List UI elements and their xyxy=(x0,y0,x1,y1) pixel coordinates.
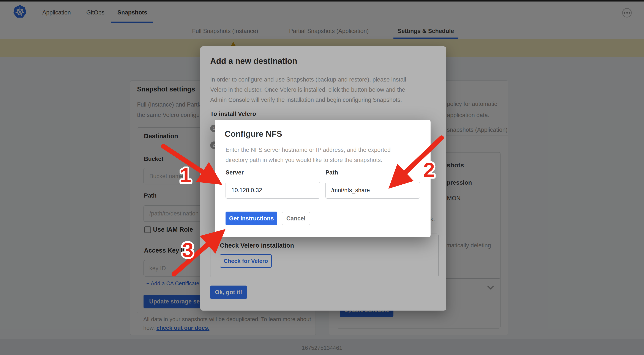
timestamp-text: 1675275134461 xyxy=(302,345,342,351)
nav-tab-gitops[interactable]: GitOps xyxy=(86,9,104,16)
access-key-label: Access Key ID xyxy=(144,247,187,254)
nfs-description-line1: Enter the NFS server hostname or IP addr… xyxy=(226,145,424,155)
ellipsis-dot xyxy=(624,12,625,13)
destination-label: Destination xyxy=(144,133,178,140)
use-iam-role-label: Use IAM Role xyxy=(153,226,193,233)
window-top-strip xyxy=(0,0,644,1)
subtab-full-snapshots[interactable]: Full Snapshots (Instance) xyxy=(192,28,258,34)
schedule-heading-fragment: shots xyxy=(447,162,464,169)
server-label: Server xyxy=(226,169,244,176)
ellipsis-dot xyxy=(626,12,628,13)
destination-modal-title: Add a new destination xyxy=(210,56,297,66)
snapshots-subnav: Full Snapshots (Instance) Partial Snapsh… xyxy=(0,23,644,39)
use-iam-role-checkbox[interactable] xyxy=(144,226,151,233)
destination-modal-body-line3: Admin Console will verify the installati… xyxy=(210,95,430,105)
configure-nfs-modal: Configure NFS Enter the NFS server hostn… xyxy=(215,120,430,237)
install-velero-heading: To install Velero xyxy=(210,110,256,117)
nfs-description-line2: directory path in which you would like t… xyxy=(226,155,424,165)
footer-band: 1675275134461 xyxy=(0,339,644,355)
schedule-tab-partial-snapshots[interactable]: snapshots (Application) xyxy=(447,127,508,133)
destination-modal-body-line2: Velero in the cluster. Once Velero is in… xyxy=(210,85,430,95)
nfs-modal-title: Configure NFS xyxy=(225,129,282,139)
docs-link[interactable]: check out our docs. xyxy=(156,325,210,331)
dedup-note-line2: how, check out our docs. xyxy=(143,325,209,331)
schedule-text-fragment-policy: policy for automatic xyxy=(447,101,497,107)
cancel-button[interactable]: Cancel xyxy=(282,212,310,225)
dest-path-label: Path xyxy=(144,192,157,199)
dedup-note-line1: All data in your snapshots will be dedup… xyxy=(143,316,311,323)
expression-label-fragment: pression xyxy=(447,179,472,186)
subtab-settings-schedule[interactable]: Settings & Schedule xyxy=(398,28,454,34)
nfs-path-label: Path xyxy=(326,169,338,176)
bucket-label: Bucket xyxy=(144,156,163,162)
subtab-partial-snapshots[interactable]: Partial Snapshots (Application) xyxy=(289,28,368,34)
nfs-path-input[interactable] xyxy=(326,182,420,199)
active-tab-underline xyxy=(111,21,153,23)
retention-text-fragment: matically deleting xyxy=(446,242,491,249)
schedule-text-fragment-appdata: application data. xyxy=(447,112,490,119)
top-navbar: Application GitOps Snapshots xyxy=(0,1,644,23)
destination-modal-body-line1: In order to configure and use Snapshots … xyxy=(210,75,430,85)
ellipsis-dot xyxy=(629,12,630,13)
dedup-note-prefix: how, xyxy=(143,325,155,331)
select-divider xyxy=(484,281,484,292)
check-for-velero-button[interactable]: Check for Velero xyxy=(220,254,272,268)
check-velero-section: Check Velero installation Check for Vele… xyxy=(210,234,438,277)
occluded-text-fragment: k. xyxy=(430,216,435,222)
admin-console-screen: Application GitOps Snapshots Full Snapsh… xyxy=(0,0,644,355)
ok-got-it-button[interactable]: Ok, got it! xyxy=(210,286,247,299)
cron-expression-value-fragment: MON xyxy=(447,195,460,202)
more-options-icon[interactable] xyxy=(622,8,632,17)
add-ca-certificate-link[interactable]: + Add a CA Certificate xyxy=(146,280,199,287)
get-instructions-button[interactable]: Get instructions xyxy=(226,212,277,225)
settings-card-title: Snapshot settings xyxy=(137,85,195,93)
server-input[interactable] xyxy=(226,182,320,199)
nav-tab-snapshots[interactable]: Snapshots xyxy=(118,9,147,16)
check-velero-heading: Check Velero installation xyxy=(220,242,294,249)
nav-tab-application[interactable]: Application xyxy=(42,9,71,16)
active-subtab-underline xyxy=(394,37,458,39)
kubernetes-logo-icon xyxy=(13,5,27,18)
